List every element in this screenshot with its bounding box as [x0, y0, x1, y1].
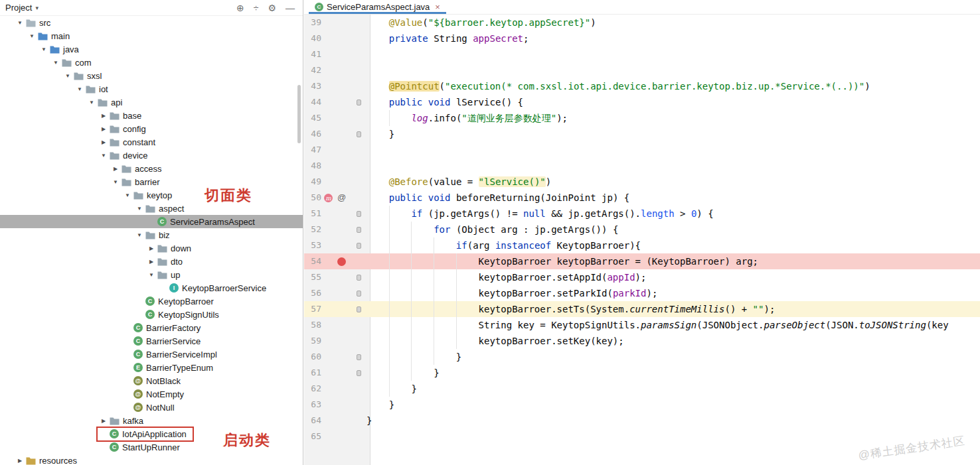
tree-item-iot[interactable]: ▼iot: [0, 82, 303, 96]
tree-item-NotEmpty[interactable]: @NotEmpty: [0, 387, 303, 401]
code-line-56[interactable]: keytopBarroer.setParkId(parkId);: [367, 285, 980, 301]
tree-item-barrier[interactable]: ▼barrier: [0, 175, 303, 188]
code-line-53[interactable]: if(arg instanceof KeytopBarroer){: [367, 237, 980, 253]
code-line-61[interactable]: }: [367, 365, 980, 381]
line-number[interactable]: 63: [304, 397, 321, 413]
line-number[interactable]: 55: [304, 269, 321, 285]
tree-item-NotBlack[interactable]: @NotBlack: [0, 374, 303, 387]
tree-item-BarrierServiceImpl[interactable]: CBarrierServiceImpl: [0, 348, 303, 361]
chevron-down-icon[interactable]: ▼: [98, 153, 109, 159]
line-number[interactable]: 62: [304, 381, 321, 397]
chevron-down-icon[interactable]: ▼: [134, 232, 145, 238]
chevron-down-icon[interactable]: ▼: [86, 100, 97, 105]
chevron-down-icon[interactable]: ▼: [110, 179, 121, 185]
code-line-41[interactable]: [367, 46, 980, 62]
chevron-right-icon[interactable]: ▶: [110, 166, 121, 172]
tree-item-com[interactable]: ▼com: [0, 56, 303, 69]
aop-advice-icon[interactable]: m: [324, 194, 333, 202]
tree-item-resources[interactable]: ▶resources: [0, 454, 303, 465]
hide-panel-icon[interactable]: —: [286, 3, 295, 13]
line-number[interactable]: 61: [304, 365, 321, 381]
code-line-65[interactable]: [367, 429, 980, 444]
collapse-all-icon[interactable]: ÷: [254, 3, 259, 13]
fold-marker-icon[interactable]: [357, 227, 361, 233]
settings-gear-icon[interactable]: ⚙: [268, 3, 276, 13]
tree-item-KeytopBarroer[interactable]: CKeytopBarroer: [0, 295, 303, 308]
line-number[interactable]: 53: [304, 237, 321, 253]
tree-item-ServiceParamsAspect[interactable]: CServiceParamsAspect: [0, 215, 303, 228]
tree-item-NotNull[interactable]: @NotNull: [0, 401, 303, 414]
chevron-down-icon[interactable]: ▼: [122, 192, 133, 198]
close-tab-icon[interactable]: ×: [435, 2, 440, 12]
chevron-right-icon[interactable]: ▶: [15, 458, 25, 464]
tree-scrollbar[interactable]: [297, 85, 301, 143]
chevron-down-icon[interactable]: ▼: [27, 33, 37, 39]
code-line-40[interactable]: private String appSecret;: [367, 31, 980, 46]
code-line-54[interactable]: KeytopBarroer keytopBarroer = (KeytopBar…: [367, 253, 980, 269]
line-number[interactable]: 64: [304, 413, 321, 429]
code-line-59[interactable]: keytopBarroer.setKey(key);: [367, 333, 980, 349]
tree-item-access[interactable]: ▶access: [0, 162, 303, 175]
code-line-63[interactable]: }: [367, 397, 980, 413]
fold-marker-icon[interactable]: [357, 306, 361, 312]
breakpoint-icon[interactable]: [337, 257, 346, 266]
tree-item-up[interactable]: ▼up: [0, 268, 303, 281]
code-line-45[interactable]: log.info("道闸业务层参数处理");: [367, 110, 980, 126]
tree-item-BarrierService[interactable]: CBarrierService: [0, 334, 303, 348]
tree-item-java[interactable]: ▼java: [0, 42, 303, 56]
line-number[interactable]: 49: [304, 174, 321, 190]
chevron-down-icon[interactable]: ▼: [146, 272, 157, 278]
fold-marker-icon[interactable]: [357, 131, 361, 137]
line-number[interactable]: 45: [304, 110, 321, 126]
tree-item-keytop[interactable]: ▼keytop: [0, 188, 303, 202]
code-line-43[interactable]: @Pointcut("execution(* com.sxsl.iot.api.…: [367, 78, 980, 94]
chevron-down-icon[interactable]: ▼: [50, 60, 61, 66]
line-number[interactable]: 56: [304, 285, 321, 301]
line-number[interactable]: 57: [304, 301, 321, 317]
line-number[interactable]: 48: [304, 158, 321, 174]
line-number[interactable]: 46: [304, 126, 321, 142]
code-line-48[interactable]: [367, 158, 980, 174]
tree-item-base[interactable]: ▶base: [0, 109, 303, 122]
line-number[interactable]: 65: [304, 429, 321, 444]
chevron-down-icon[interactable]: ▼: [62, 73, 73, 79]
code-line-49[interactable]: @Before(value = "lService()"): [367, 174, 980, 190]
fold-marker-icon[interactable]: [357, 370, 361, 376]
tree-item-src[interactable]: ▼src: [0, 16, 303, 29]
line-number[interactable]: 52: [304, 222, 321, 237]
line-number[interactable]: 44: [304, 94, 321, 110]
tree-item-BarrierFactory[interactable]: CBarrierFactory: [0, 321, 303, 334]
chevron-right-icon[interactable]: ▶: [146, 259, 157, 265]
project-dropdown[interactable]: Project ▾: [5, 3, 39, 13]
code-line-60[interactable]: }: [367, 349, 980, 365]
chevron-down-icon[interactable]: ▼: [74, 86, 85, 92]
code-line-46[interactable]: }: [367, 126, 980, 142]
tree-item-biz[interactable]: ▼biz: [0, 228, 303, 241]
chevron-down-icon[interactable]: ▼: [39, 46, 49, 52]
tree-item-config[interactable]: ▶config: [0, 122, 303, 135]
line-number[interactable]: 54: [304, 253, 321, 269]
locate-icon[interactable]: ⊕: [236, 3, 244, 13]
line-number[interactable]: 43: [304, 78, 321, 94]
tree-item-kafka[interactable]: ▶kafka: [0, 414, 303, 427]
line-number[interactable]: 42: [304, 62, 321, 78]
fold-marker-icon[interactable]: [357, 275, 361, 281]
line-number[interactable]: 58: [304, 317, 321, 333]
code-line-58[interactable]: String key = KeytopSignUtils.paramsSign(…: [367, 317, 980, 333]
chevron-right-icon[interactable]: ▶: [146, 245, 157, 251]
tree-item-BarrierTypeEnum[interactable]: EBarrierTypeEnum: [0, 361, 303, 374]
tree-item-KeytopSignUtils[interactable]: CKeytopSignUtils: [0, 308, 303, 321]
line-number[interactable]: 47: [304, 142, 321, 158]
fold-marker-icon[interactable]: [357, 211, 361, 217]
tree-item-device[interactable]: ▼device: [0, 149, 303, 162]
code-line-51[interactable]: if (jp.getArgs() != null && jp.getArgs()…: [367, 206, 980, 222]
code-line-52[interactable]: for (Object arg : jp.getArgs()) {: [367, 222, 980, 237]
chevron-right-icon[interactable]: ▶: [98, 113, 109, 119]
chevron-right-icon[interactable]: ▶: [98, 126, 109, 132]
tree-item-down[interactable]: ▶down: [0, 241, 303, 255]
tree-item-constant[interactable]: ▶constant: [0, 135, 303, 149]
line-number[interactable]: 39: [304, 15, 321, 31]
code-line-62[interactable]: }: [367, 381, 980, 397]
chevron-right-icon[interactable]: ▶: [98, 139, 109, 145]
tree-item-sxsl[interactable]: ▼sxsl: [0, 69, 303, 82]
